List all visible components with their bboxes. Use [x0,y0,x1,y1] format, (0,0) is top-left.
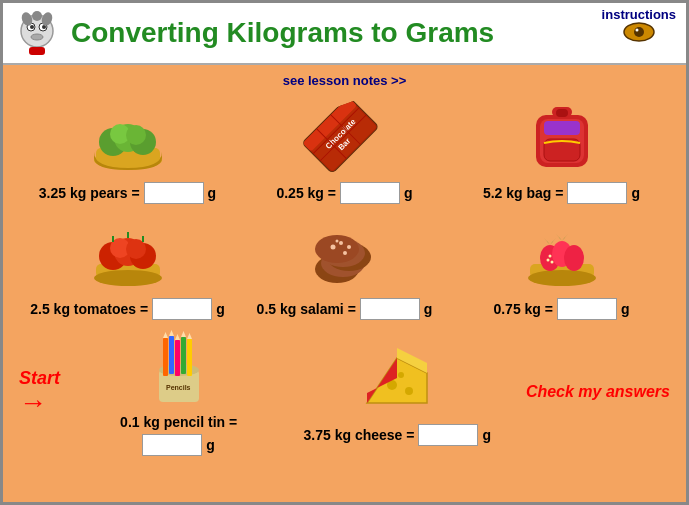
q2-unit: g [404,185,413,201]
svg-point-7 [32,11,42,21]
svg-rect-9 [29,47,45,55]
page-title: Converting Kilograms to Grams [71,17,676,49]
svg-rect-71 [187,339,192,376]
svg-point-19 [126,125,146,145]
start-label[interactable]: Start [19,368,60,389]
q7-unit: g [206,437,215,453]
cheese-image [357,343,437,413]
salami-image [305,217,385,287]
svg-point-12 [635,29,638,32]
q2-label: 0.25 kg = [276,185,336,201]
q6-input[interactable] [557,298,617,320]
svg-point-50 [315,235,359,263]
svg-rect-70 [181,337,186,374]
q1-label-row: 3.25 kg pears = g [39,182,216,204]
q6-label: 0.75 kg = [493,301,553,317]
q1-unit: g [208,185,217,201]
q1-label: 3.25 kg pears = [39,185,140,201]
svg-marker-74 [175,334,180,340]
svg-point-57 [528,270,596,286]
start-arrow[interactable]: → [19,389,47,417]
svg-marker-75 [181,331,186,337]
q8-unit: g [482,427,491,443]
cell-tomatoes: 2.5 kg tomatoes = g [19,212,236,320]
check-answers-button[interactable]: Check my answers [526,383,670,401]
svg-point-5 [31,34,43,40]
cell-strawberries: 0.75 kg = g [453,212,670,320]
svg-rect-67 [163,338,168,376]
chocolate-image: Chocolate Bar [292,92,397,179]
cell-salami: 0.5 kg salami = g [236,212,453,320]
svg-point-55 [343,251,347,255]
svg-text:Pencils: Pencils [166,384,191,391]
svg-point-51 [330,245,335,250]
q7-label-row: 0.1 kg pencil tin = g [89,414,269,456]
strawberries-image [522,216,602,288]
svg-rect-69 [175,340,180,376]
q8-input[interactable] [418,424,478,446]
q3-input[interactable] [567,182,627,204]
q3-label-row: 5.2 kg bag = g [483,182,640,204]
svg-point-52 [339,241,343,245]
check-answers-label: Check my answers [526,383,670,400]
q5-label-row: 0.5 kg salami = g [257,298,433,320]
svg-point-81 [405,387,413,395]
svg-point-60 [564,245,584,271]
start-area: Start → [19,368,60,417]
q1-input[interactable] [144,182,204,204]
main-content: see lesson notes >> [3,65,686,502]
pears-image [88,100,168,172]
svg-point-82 [398,372,404,378]
tomatoes-image [88,216,168,288]
cell-backpack: 5.2 kg bag = g [453,96,670,204]
svg-rect-35 [556,109,568,117]
cell-chocolate: Chocolate Bar 0.25 kg = g [236,96,453,204]
q4-label-row: 2.5 kg tomatoes = g [30,298,224,320]
lesson-notes-link[interactable]: see lesson notes >> [19,73,670,88]
svg-point-61 [548,255,551,258]
cell-cheese: 3.75 kg cheese = g [297,338,497,446]
q6-label-row: 0.75 kg = g [493,298,629,320]
q4-input[interactable] [152,298,212,320]
pencils-image: Pencils [144,328,214,408]
svg-point-54 [335,240,338,243]
q4-label: 2.5 kg tomatoes = [30,301,148,317]
svg-rect-34 [544,121,580,135]
cell-pears: 3.25 kg pears = g [19,96,236,204]
q6-unit: g [621,301,630,317]
instructions-label: instructions [602,7,676,22]
header: Converting Kilograms to Grams instructio… [3,3,686,65]
q8-label-row: 3.75 kg cheese = g [304,424,491,446]
cell-pencils: Pencils [89,328,269,456]
svg-marker-73 [169,330,174,336]
q5-label: 0.5 kg salami = [257,301,356,317]
instructions-button[interactable]: instructions [602,7,676,42]
svg-point-3 [30,25,34,29]
q3-label: 5.2 kg bag = [483,185,564,201]
svg-point-11 [634,27,644,37]
backpack-image [526,97,598,175]
svg-point-53 [347,245,351,249]
logo-icon [13,9,61,57]
q7-input[interactable] [142,434,202,456]
q8-label: 3.75 kg cheese = [304,427,415,443]
q2-label-row: 0.25 kg = g [276,182,412,204]
svg-rect-68 [169,336,174,374]
q2-input[interactable] [340,182,400,204]
q3-unit: g [631,185,640,201]
q4-unit: g [216,301,225,317]
svg-marker-76 [187,333,192,339]
svg-point-63 [550,261,553,264]
svg-marker-72 [163,332,168,338]
app-container: Converting Kilograms to Grams instructio… [0,0,689,505]
eye-icon [623,22,655,42]
q7-label: 0.1 kg pencil tin = [120,414,237,430]
svg-point-37 [94,270,162,286]
q5-unit: g [424,301,433,317]
q5-input[interactable] [360,298,420,320]
svg-point-62 [546,259,549,262]
